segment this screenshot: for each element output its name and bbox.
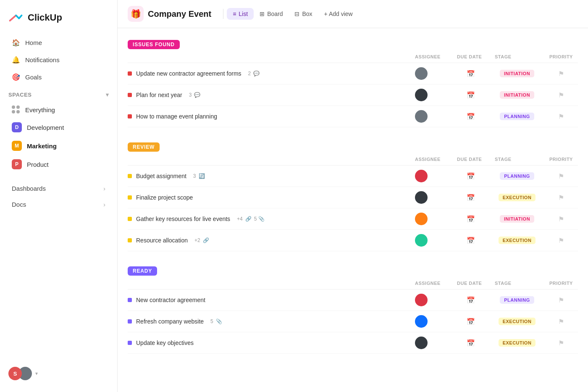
task-duedate[interactable]: 📅 [452, 106, 490, 127]
task-assignee [410, 311, 452, 332]
comment-icon: 💬 [253, 71, 260, 76]
avatar [415, 315, 428, 328]
calendar-icon[interactable]: 📅 [467, 297, 475, 304]
sidebar-item-dashboards[interactable]: Dashboards › [3, 181, 114, 196]
sidebar-item-everything[interactable]: Everything [3, 102, 114, 118]
main-content: 🎁 Company Event ≡ List ⊞ Board ⊟ Box + A… [118, 0, 588, 392]
tab-box[interactable]: ⊟ Box [289, 8, 318, 20]
table-row: Update key objectives 📅 EXECUTION [128, 332, 578, 354]
flag-icon[interactable]: ⚑ [558, 297, 564, 304]
task-name[interactable]: Budget assignment [136, 173, 186, 179]
avatar [415, 89, 428, 101]
task-count: +2 [194, 237, 200, 243]
sidebar-item-marketing-label: Marketing [27, 142, 57, 150]
task-stage: PLANNING [490, 289, 544, 311]
task-duedate[interactable]: 📅 [452, 289, 490, 311]
task-name[interactable]: Update new contractor agreement forms [136, 70, 242, 77]
task-stage: PLANNING [490, 166, 544, 187]
task-priority[interactable]: ⚑ [544, 84, 578, 106]
flag-icon[interactable]: ⚑ [558, 237, 564, 244]
col-stage-header-review: STAGE [490, 153, 544, 166]
logo: ClickUp [0, 7, 117, 34]
sidebar-item-development[interactable]: D Development [3, 118, 114, 136]
tab-list[interactable]: ≡ List [227, 8, 254, 20]
spaces-collapse-icon[interactable]: ▾ [106, 92, 109, 98]
task-priority[interactable]: ⚑ [544, 63, 578, 84]
task-name-cell: New contractor agreement [128, 297, 405, 303]
flag-icon[interactable]: ⚑ [558, 339, 564, 347]
sidebar-item-notifications[interactable]: 🔔 Notifications [3, 51, 114, 68]
task-priority[interactable]: ⚑ [544, 289, 578, 311]
task-priority[interactable]: ⚑ [544, 311, 578, 332]
project-icon-glyph: 🎁 [131, 9, 141, 19]
flag-icon[interactable]: ⚑ [558, 113, 564, 120]
task-priority[interactable]: ⚑ [544, 187, 578, 208]
task-stage: INITIATION [490, 63, 544, 84]
task-attach-count: 5 📎 [254, 216, 265, 222]
flag-icon[interactable]: ⚑ [558, 173, 564, 180]
task-duedate[interactable]: 📅 [452, 208, 490, 230]
task-name-cell: Refresh company website 5 📎 [128, 318, 405, 325]
sidebar-item-product[interactable]: P Product [3, 155, 114, 173]
calendar-icon[interactable]: 📅 [467, 237, 475, 244]
task-duedate[interactable]: 📅 [452, 63, 490, 84]
task-duedate[interactable]: 📅 [452, 332, 490, 354]
list-tab-label: List [239, 11, 248, 17]
sidebar-item-goals[interactable]: 🎯 Goals [3, 68, 114, 85]
calendar-icon[interactable]: 📅 [467, 216, 475, 223]
main-nav: 🏠 Home 🔔 Notifications 🎯 Goals [0, 34, 117, 86]
task-meta: 2 💬 [248, 71, 260, 76]
flag-icon[interactable]: ⚑ [558, 318, 564, 325]
sidebar-bottom: S ▾ [0, 362, 117, 385]
sidebar: ClickUp 🏠 Home 🔔 Notifications 🎯 Goals S… [0, 0, 118, 392]
task-duedate[interactable]: 📅 [452, 84, 490, 106]
task-meta: 5 📎 [210, 318, 222, 324]
task-duedate[interactable]: 📅 [452, 230, 490, 251]
task-priority[interactable]: ⚑ [544, 332, 578, 354]
task-duedate[interactable]: 📅 [452, 187, 490, 208]
task-priority[interactable]: ⚑ [544, 208, 578, 230]
user-menu-chevron[interactable]: ▾ [35, 371, 38, 376]
task-name[interactable]: Update key objectives [136, 339, 194, 346]
task-name[interactable]: Gather key resources for live events [136, 216, 230, 222]
calendar-icon[interactable]: 📅 [467, 173, 475, 180]
calendar-icon[interactable]: 📅 [467, 92, 475, 99]
task-priority[interactable]: ⚑ [544, 230, 578, 251]
task-name[interactable]: New contractor agreement [136, 297, 205, 303]
sidebar-item-marketing[interactable]: M Marketing [3, 137, 114, 155]
task-name[interactable]: Resource allocation [136, 237, 188, 244]
tab-board[interactable]: ⊞ Board [254, 8, 289, 20]
calendar-icon[interactable]: 📅 [467, 70, 475, 77]
task-duedate[interactable]: 📅 [452, 166, 490, 187]
flag-icon[interactable]: ⚑ [558, 70, 564, 77]
add-view-button[interactable]: + Add view [318, 8, 359, 20]
calendar-icon[interactable]: 📅 [467, 113, 475, 120]
task-duedate[interactable]: 📅 [452, 311, 490, 332]
calendar-icon[interactable]: 📅 [467, 318, 475, 325]
user-avatars: S [8, 367, 32, 380]
avatar [415, 170, 428, 182]
sidebar-item-docs[interactable]: Docs › [3, 197, 114, 212]
task-meta: 3 🔄 [193, 173, 205, 179]
calendar-icon[interactable]: 📅 [467, 339, 475, 347]
flag-icon[interactable]: ⚑ [558, 92, 564, 99]
col-stage-header-issues: STAGE [490, 51, 544, 63]
section-review-label: REVIEW [128, 142, 160, 152]
task-name[interactable]: Plan for next year [136, 92, 182, 98]
task-priority[interactable]: ⚑ [544, 166, 578, 187]
task-stage: EXECUTION [490, 187, 544, 208]
col-assignee-header-review: ASSIGNEE [410, 153, 452, 166]
task-assignee [410, 166, 452, 187]
task-priority[interactable]: ⚑ [544, 106, 578, 127]
flag-icon[interactable]: ⚑ [558, 194, 564, 201]
flag-icon[interactable]: ⚑ [558, 216, 564, 223]
task-name[interactable]: Finalize project scope [136, 194, 193, 201]
task-status-dot [128, 174, 132, 178]
sidebar-item-notifications-label: Notifications [25, 56, 60, 63]
task-status-dot [128, 319, 132, 324]
task-name[interactable]: How to manage event planning [136, 113, 217, 120]
sidebar-item-home[interactable]: 🏠 Home [3, 34, 114, 51]
table-row: Gather key resources for live events +4 … [128, 208, 578, 230]
calendar-icon[interactable]: 📅 [467, 194, 475, 201]
task-name[interactable]: Refresh company website [136, 318, 204, 325]
